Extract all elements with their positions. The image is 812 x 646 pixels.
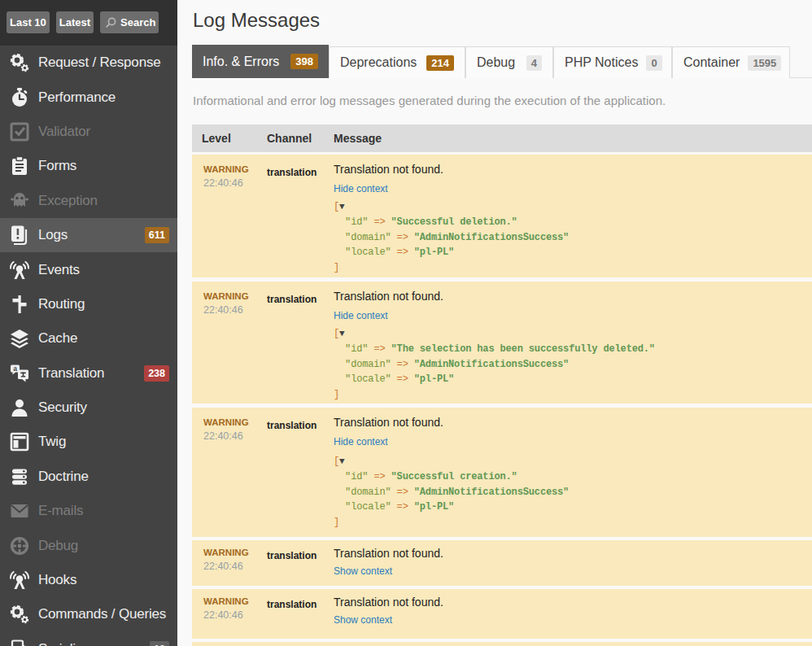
- svg-text:a: a: [13, 364, 17, 373]
